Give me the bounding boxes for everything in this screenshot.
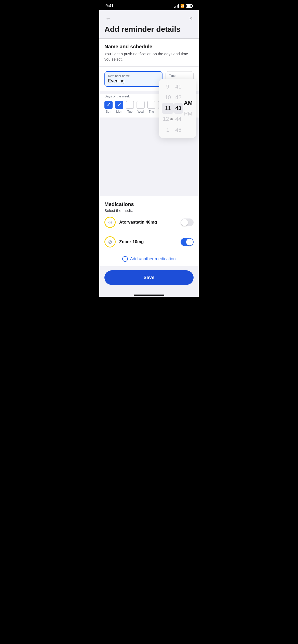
hours-column[interactable]: 9 10 11 12 1 — [162, 81, 174, 135]
scroll-dot — [170, 118, 173, 120]
day-name-sun: Sun — [106, 110, 111, 113]
ampm-column[interactable]: AM PM — [183, 98, 194, 119]
hour-11[interactable]: 11 — [162, 103, 174, 114]
add-medication-icon: + — [122, 256, 128, 262]
day-item-tue: Tue — [126, 101, 134, 113]
day-name-wed: Wed — [138, 110, 144, 113]
battery-icon — [186, 4, 193, 8]
day-checkbox-tue[interactable] — [126, 101, 134, 109]
phone-frame: 9:41 📶 ← × Add reminder details — [99, 0, 199, 297]
signal-icon — [174, 4, 179, 8]
time-picker-inner: 9 10 11 12 1 41 42 43 44 45 — [159, 81, 196, 135]
name-schedule-subtitle: You'll get a push notification on the da… — [104, 51, 194, 62]
close-button[interactable]: × — [188, 14, 194, 23]
toggle-thumb-atorvastatin — [181, 219, 188, 226]
page-title: Add reminder details — [104, 25, 194, 33]
day-checkbox-thu[interactable] — [147, 101, 155, 109]
back-button[interactable]: ← — [104, 14, 112, 23]
toggle-atorvastatin[interactable] — [181, 218, 194, 226]
hour-12: 12 — [162, 114, 174, 124]
medications-subtitle: Select the medi… — [104, 208, 194, 213]
day-name-mon: Mon — [116, 110, 122, 113]
minutes-column[interactable]: 41 42 43 44 45 — [174, 81, 183, 135]
med-icon-zocor: ⊘ — [104, 236, 116, 247]
min-43[interactable]: 43 — [174, 103, 183, 114]
day-name-tue: Tue — [127, 110, 132, 113]
name-schedule-title: Name and schedule — [104, 44, 194, 50]
day-item-wed: Wed — [137, 101, 145, 113]
med-name-zocor: Zocor 10mg — [119, 239, 181, 244]
reminder-name-label: Reminder name — [108, 74, 159, 78]
day-name-thu: Thu — [149, 110, 154, 113]
home-bar — [134, 295, 164, 296]
time-label: Time — [169, 74, 190, 78]
day-checkbox-wed[interactable] — [137, 101, 145, 109]
inner-divider — [99, 66, 199, 67]
add-medication-row[interactable]: + Add another medication — [104, 252, 194, 266]
period-am[interactable]: AM — [183, 98, 194, 108]
med-icon-atorvastatin: ⊘ — [104, 217, 116, 228]
save-area: Save — [99, 266, 199, 292]
med-name-atorvastatin: Atorvastatin 40mg — [119, 220, 181, 225]
period-pm[interactable]: PM — [183, 108, 194, 119]
page-title-area: Add reminder details — [99, 25, 199, 38]
status-bar: 9:41 📶 — [99, 0, 199, 10]
toggle-thumb-zocor — [186, 239, 193, 245]
day-item-thu: Thu — [147, 101, 155, 113]
day-item-mon: ✓ Mon — [115, 101, 123, 113]
med-item-zocor: ⊘ Zocor 10mg — [104, 232, 194, 252]
status-icons: 📶 — [174, 4, 193, 8]
time-picker[interactable]: 9 10 11 12 1 41 42 43 44 45 — [159, 79, 196, 138]
min-45: 45 — [174, 125, 183, 135]
add-medication-label[interactable]: Add another medication — [130, 256, 176, 261]
med-item-atorvastatin: ⊘ Atorvastatin 40mg — [104, 213, 194, 232]
hour-9: 9 — [162, 81, 174, 92]
main-sheet: ← × Add reminder details Name and schedu… — [99, 10, 199, 297]
reminder-name-field[interactable]: Reminder name Evening — [104, 71, 162, 87]
min-42: 42 — [174, 92, 183, 103]
toggle-zocor[interactable] — [181, 238, 194, 246]
medications-section: Medications Select the medi… ⊘ Atorvasta… — [99, 196, 199, 266]
day-checkbox-sun[interactable]: ✓ — [104, 101, 113, 109]
day-checkbox-mon[interactable]: ✓ — [115, 101, 123, 109]
reminder-name-value: Evening — [108, 78, 159, 84]
min-41: 41 — [174, 81, 183, 92]
nav-bar: ← × — [99, 10, 199, 25]
medications-title: Medications — [104, 201, 194, 207]
min-44: 44 — [174, 114, 183, 124]
hour-10: 10 — [162, 92, 174, 103]
wifi-icon: 📶 — [180, 4, 184, 8]
save-button[interactable]: Save — [104, 270, 194, 285]
day-item-sun: ✓ Sun — [104, 101, 113, 113]
hour-1: 1 — [162, 125, 174, 135]
status-time: 9:41 — [105, 4, 114, 8]
home-indicator — [99, 292, 199, 297]
